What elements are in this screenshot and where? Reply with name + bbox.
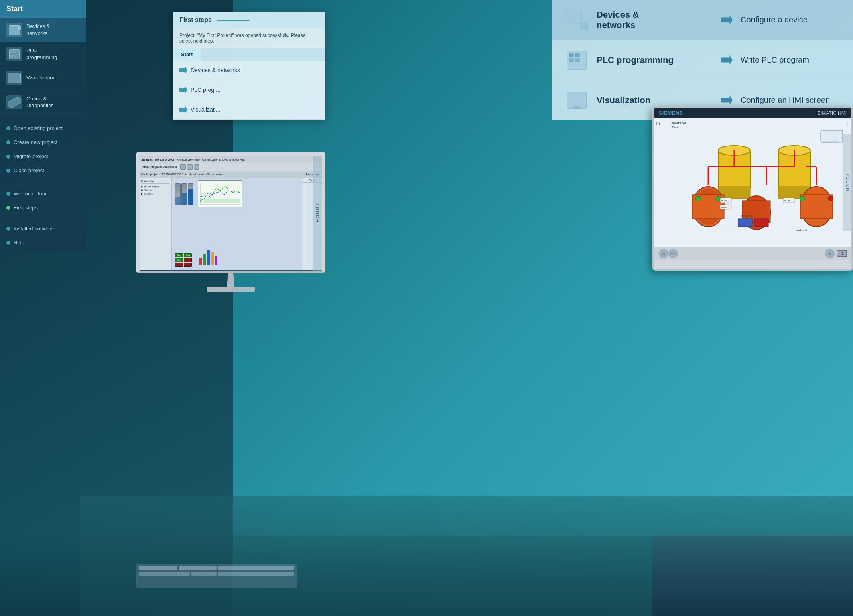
control-buttons: Start Start Start [175,253,197,267]
keyboard [136,564,297,588]
project-notice-text: Project: "My First Project" was opened s… [179,33,305,44]
svg-rect-8 [215,256,217,265]
svg-rect-3 [200,199,240,203]
close-project-label: Close project [14,167,44,173]
monitor-stand [225,273,237,287]
tia-btn-1[interactable] [180,164,186,170]
migrate-project-link[interactable]: Migrate project [0,149,86,163]
btn-stop-2[interactable] [175,263,183,267]
create-new-link[interactable]: Create new project [0,135,86,149]
bars-svg [198,246,218,266]
rp-action-visualization: Configure an HMI screen [741,96,841,105]
silo-1 [175,183,181,205]
tab-start-label: Start [181,51,193,57]
tia-breadcrumb: My 1st project › S7-1500/ET200 Controls … [140,171,322,178]
rp-row-devices[interactable]: Devices & networks Configure a device [552,0,853,40]
tia-toolbar: Totally Integrated Automation [140,163,322,171]
svg-point-33 [696,196,701,201]
tia-tree-item-3[interactable]: ▶ Screens [141,192,170,195]
tia-btn-2[interactable] [187,164,193,170]
close-project-link[interactable]: Close project [0,163,86,177]
silo-2-fill [182,193,187,205]
rp-label-visualization: Visualization [597,95,713,106]
tia-toolbar-title: Totally Integrated Automation [141,165,177,168]
svg-point-36 [828,196,833,201]
btn-start[interactable]: Start [175,253,183,257]
btn-start-3[interactable]: Start [175,258,183,262]
fs-arrow-plc [179,86,187,94]
rp-icon-devices [565,9,589,31]
hmi-chevron-btn[interactable]: › [825,249,835,258]
svg-text:Heater-On: Heater-On [741,215,753,217]
fs-nav-visualization[interactable]: Visualizati... [173,100,325,120]
sidebar-item-label-visualization: Visualization [26,75,56,81]
sidebar-item-plc-programming[interactable]: PLC programming [0,42,86,66]
tia-tree-item-2[interactable]: ▶ Devices [141,189,170,191]
rp-icon-plc [565,49,589,71]
scada-display: Start Start Start [172,178,302,270]
visualization-icon [6,71,22,85]
fs-nav-plc[interactable]: PLC progr... [173,80,325,100]
open-existing-label: Open existing project [14,125,63,131]
hmi-dots-btn[interactable]: ⋯ [668,249,678,258]
keyboard-row-1 [139,566,294,570]
rp-label-devices: Devices & networks [597,10,713,30]
sidebar-item-visualization[interactable]: Visualization [0,66,86,90]
right-actions-panel: Devices & networks Configure a device PL… [552,0,853,120]
btn-stop-1[interactable] [184,258,192,262]
rp-arrow-plc [721,55,733,65]
svg-text:(1): (1) [656,122,660,125]
rp-action-devices: Configure a device [741,15,841,24]
sidebar-item-online-diagnostics[interactable]: Online & Diagnostics [0,90,86,114]
svg-rect-22 [800,195,833,219]
devices-icon [6,23,22,37]
tia-btn-3[interactable] [194,164,199,170]
rp-label-plc: PLC programming [597,55,713,65]
hmi-screen: Overview [654,118,851,247]
tia-tree-divider [141,183,170,184]
hmi-model-label: SIMATIC HMI [817,110,847,116]
btn-start-2[interactable]: Start [184,253,192,257]
fs-nav-plc-label: PLC progr... [191,87,221,93]
bottom-links-panel: Welcome Tour First steps Installed softw… [0,177,86,253]
key-group-6 [218,572,294,576]
tia-main-area: Project tree ▶ My 1st project ▶ Devices … [140,178,322,270]
help-link[interactable]: Help [0,236,86,250]
tab-start[interactable]: Start [173,48,201,61]
first-steps-header: First steps [173,12,325,28]
rp-arrow-devices [721,15,733,25]
color-bars [198,246,218,266]
tia-content-area: Start Start Start [172,178,302,270]
rp-action-plc: Write PLC program [741,55,841,65]
monitor: Siemens - My 1st project File Edit View … [136,152,325,305]
open-existing-link[interactable]: Open existing project [0,121,86,135]
tia-tree-item-1[interactable]: ▶ My 1st project [141,185,170,188]
monitor-touch-label: TOUCH [313,156,322,271]
svg-text:M1-On: M1-On [784,199,790,202]
fs-nav-visualization-label: Visualizati... [191,106,220,113]
monitor-screen-content: Siemens - My 1st project File Edit View … [140,156,322,271]
fs-nav-devices[interactable]: Devices & networks [173,61,325,80]
nav-dot-installed [6,227,10,231]
hmi-footer: ⌂ ⋯ › 🇬🇧 [654,247,851,260]
fs-nav-devices-label: Devices & networks [191,67,240,73]
nav-header: Start [0,0,86,18]
siemens-logo: SIEMENS [659,110,683,116]
svg-text:M1-On: M1-On [721,199,727,202]
first-steps-panel: First steps Project: "My First Project" … [173,12,325,120]
fs-arrow-visualization [179,106,187,114]
rp-row-plc[interactable]: PLC programming Write PLC program [552,40,853,80]
hmi-flag-btn[interactable]: 🇬🇧 [837,250,847,257]
svg-rect-0 [198,181,242,207]
first-steps-title: First steps [179,16,212,23]
silo-3 [188,183,193,205]
first-steps-link[interactable]: First steps [0,201,86,215]
sidebar-item-devices-networks[interactable]: Devices & networks [0,18,86,42]
installed-software-link[interactable]: Installed software [0,222,86,236]
btn-stop-3[interactable] [184,263,192,267]
welcome-tour-link[interactable]: Welcome Tour [0,187,86,201]
nav-dot-create [6,140,10,144]
nav-dot-migrate [6,155,10,159]
monitor-base [207,287,255,292]
hmi-home-btn[interactable]: ⌂ [659,249,668,258]
